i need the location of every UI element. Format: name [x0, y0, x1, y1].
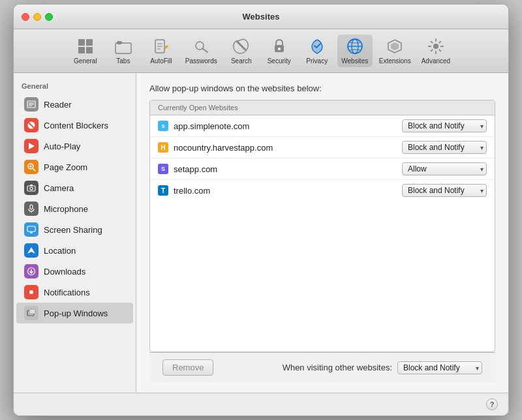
toolbar-label-autofill: AutoFill	[150, 57, 172, 65]
table-header: Currently Open Websites	[150, 100, 495, 115]
toolbar-label-passwords: Passwords	[185, 57, 217, 65]
toolbar-item-privacy[interactable]: Privacy	[299, 35, 335, 67]
svg-rect-2	[78, 47, 85, 53]
site-select-setapp[interactable]: Allow Block Block and Notify	[402, 162, 487, 175]
svg-rect-0	[78, 39, 85, 46]
minimize-button[interactable]	[33, 13, 41, 21]
help-button[interactable]: ?	[486, 398, 498, 410]
websites-icon	[346, 37, 364, 55]
site-name-trello: trello.com	[174, 186, 397, 196]
sidebar-item-microphone[interactable]: Microphone	[16, 198, 133, 219]
select-wrapper-visiting: Allow Block Block and Notify	[397, 361, 482, 374]
sidebar-item-location[interactable]: Location	[16, 240, 133, 261]
svg-point-43	[29, 290, 33, 294]
sidebar-item-content-blockers[interactable]: Content Blockers	[16, 115, 133, 136]
sidebar-item-downloads[interactable]: Downloads	[16, 261, 133, 282]
site-name-setapp: setapp.com	[174, 164, 397, 174]
toolbar-item-search[interactable]: Search	[224, 35, 259, 67]
reader-icon	[24, 97, 38, 112]
location-icon	[24, 243, 38, 258]
extensions-icon	[386, 37, 404, 55]
bottom-bar: Remove When visiting other websites: All…	[149, 352, 495, 382]
toolbar-item-extensions[interactable]: Extensions	[375, 35, 415, 67]
footer: ?	[14, 393, 508, 415]
site-select-trello[interactable]: Allow Block Block and Notify	[402, 184, 487, 197]
site-select-simplenote[interactable]: Allow Block Block and Notify	[402, 119, 487, 132]
sidebar-label-location: Location	[44, 246, 76, 256]
visiting-label: When visiting other websites:	[283, 363, 392, 372]
toolbar: General Tabs AutoFill Passwords Search	[14, 29, 508, 73]
select-wrapper-harvest: Allow Block Block and Notify	[402, 141, 487, 154]
notifications-icon	[24, 285, 38, 299]
close-button[interactable]	[22, 13, 29, 21]
search-icon	[232, 37, 251, 55]
toolbar-label-search: Search	[231, 57, 252, 65]
sidebar-label-content-blockers: Content Blockers	[44, 121, 108, 130]
svg-marker-27	[29, 143, 35, 149]
toolbar-item-passwords[interactable]: Passwords	[181, 35, 221, 67]
favicon-harvest: H	[158, 142, 168, 153]
toolbar-item-autofill[interactable]: AutoFill	[144, 35, 179, 67]
sidebar-section-label: General	[14, 80, 136, 94]
select-wrapper-simplenote: Allow Block Block and Notify	[402, 119, 487, 132]
sidebar: General Reader Content Blockers Auto-Pla…	[14, 73, 136, 393]
toolbar-label-advanced: Advanced	[422, 57, 450, 65]
auto-play-icon	[24, 139, 38, 153]
sidebar-label-camera: Camera	[44, 183, 74, 193]
table-row: T trello.com Allow Block Block and Notif…	[150, 180, 495, 201]
site-name-simplenote: app.simplenote.com	[174, 121, 397, 131]
titlebar: Websites	[14, 5, 508, 29]
svg-rect-45	[29, 309, 35, 314]
toolbar-label-privacy: Privacy	[306, 57, 328, 65]
sidebar-label-reader: Reader	[44, 100, 72, 110]
svg-rect-3	[86, 47, 93, 53]
svg-marker-39	[27, 247, 35, 254]
svg-point-33	[30, 187, 33, 190]
content-area: General Reader Content Blockers Auto-Pla…	[14, 73, 508, 393]
visiting-row: When visiting other websites: Allow Bloc…	[283, 361, 482, 374]
toolbar-item-security[interactable]: Security	[262, 35, 297, 67]
sidebar-item-auto-play[interactable]: Auto-Play	[16, 136, 133, 157]
table-row: H nocountry.harvestapp.com Allow Block B…	[150, 137, 495, 158]
sidebar-label-microphone: Microphone	[44, 204, 88, 214]
microphone-icon	[24, 202, 38, 216]
remove-button[interactable]: Remove	[162, 359, 213, 376]
visiting-select[interactable]: Allow Block Block and Notify	[397, 361, 482, 374]
sidebar-item-camera[interactable]: Camera	[16, 177, 133, 198]
toolbar-label-websites: Websites	[341, 57, 368, 65]
main-description: Allow pop-up windows on the websites bel…	[149, 83, 495, 93]
privacy-icon	[308, 37, 326, 55]
svg-marker-19	[391, 42, 399, 50]
svg-point-14	[278, 48, 281, 50]
window-title: Websites	[243, 12, 280, 22]
svg-point-20	[433, 44, 438, 49]
toolbar-item-websites[interactable]: Websites	[337, 35, 373, 67]
sidebar-label-popup-windows: Pop-up Windows	[44, 308, 108, 318]
svg-rect-12	[236, 40, 246, 51]
toolbar-item-tabs[interactable]: Tabs	[106, 35, 141, 67]
select-wrapper-setapp: Allow Block Block and Notify	[402, 162, 487, 175]
toolbar-item-general[interactable]: General	[68, 35, 103, 67]
maximize-button[interactable]	[45, 13, 53, 21]
sidebar-item-screen-sharing[interactable]: Screen Sharing	[16, 219, 133, 240]
svg-rect-5	[117, 41, 122, 44]
popup-windows-icon	[24, 306, 38, 320]
advanced-icon	[427, 37, 445, 55]
toolbar-item-advanced[interactable]: Advanced	[418, 35, 454, 67]
toolbar-label-security: Security	[268, 57, 291, 65]
site-name-harvest: nocountry.harvestapp.com	[174, 143, 397, 153]
svg-line-11	[203, 49, 208, 53]
toolbar-label-extensions: Extensions	[379, 57, 411, 65]
select-wrapper-trello: Allow Block Block and Notify	[402, 184, 487, 197]
sidebar-label-screen-sharing: Screen Sharing	[44, 225, 102, 235]
sidebar-item-reader[interactable]: Reader	[16, 94, 133, 115]
table-row: s app.simplenote.com Allow Block Block a…	[150, 115, 495, 137]
svg-rect-1	[86, 39, 93, 46]
site-select-harvest[interactable]: Allow Block Block and Notify	[402, 141, 487, 154]
sidebar-item-popup-windows[interactable]: Pop-up Windows	[16, 303, 133, 323]
tabs-icon	[114, 37, 132, 55]
sidebar-item-page-zoom[interactable]: Page Zoom	[16, 157, 133, 177]
svg-line-29	[33, 168, 35, 171]
sidebar-item-notifications[interactable]: Notifications	[16, 282, 133, 303]
screen-sharing-icon	[24, 222, 38, 237]
